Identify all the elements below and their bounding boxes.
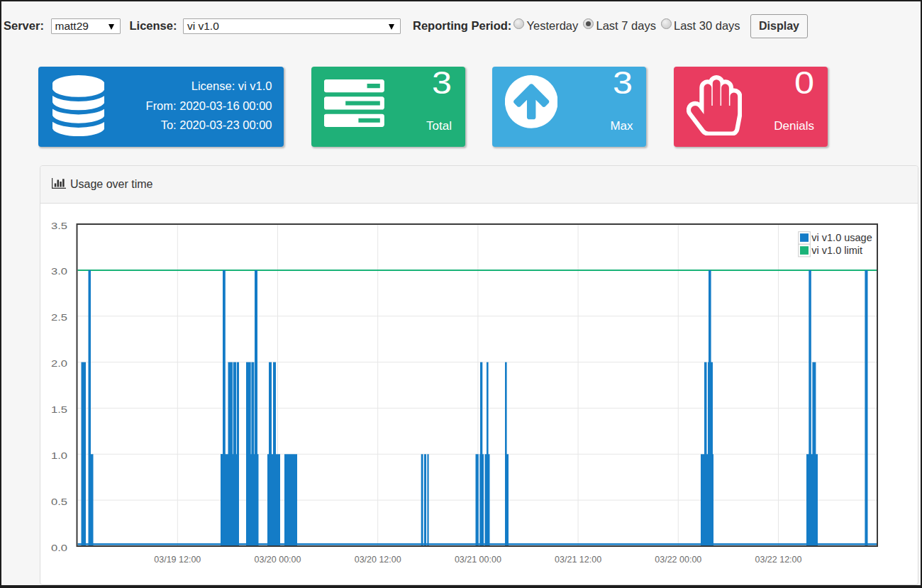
svg-text:1.0: 1.0 xyxy=(51,450,67,461)
svg-text:1.5: 1.5 xyxy=(51,404,67,415)
svg-text:03/22 00:00: 03/22 00:00 xyxy=(655,554,701,565)
svg-text:0.5: 0.5 xyxy=(51,497,67,507)
svg-text:03/22 12:00: 03/22 12:00 xyxy=(755,554,802,565)
svg-text:2.0: 2.0 xyxy=(51,358,67,369)
svg-text:vi v1.0 limit: vi v1.0 limit xyxy=(811,245,862,256)
svg-text:03/19 12:00: 03/19 12:00 xyxy=(154,554,201,565)
svg-text:03/20 00:00: 03/20 00:00 xyxy=(255,554,301,565)
svg-text:03/20 12:00: 03/20 12:00 xyxy=(355,554,401,565)
svg-text:0.0: 0.0 xyxy=(51,543,67,553)
svg-text:2.5: 2.5 xyxy=(51,312,67,323)
svg-text:03/21 00:00: 03/21 00:00 xyxy=(455,554,501,565)
svg-text:vi v1.0 usage: vi v1.0 usage xyxy=(811,232,872,243)
svg-text:3.5: 3.5 xyxy=(51,221,67,231)
svg-text:3.0: 3.0 xyxy=(51,266,67,277)
svg-text:03/21 12:00: 03/21 12:00 xyxy=(555,554,601,565)
